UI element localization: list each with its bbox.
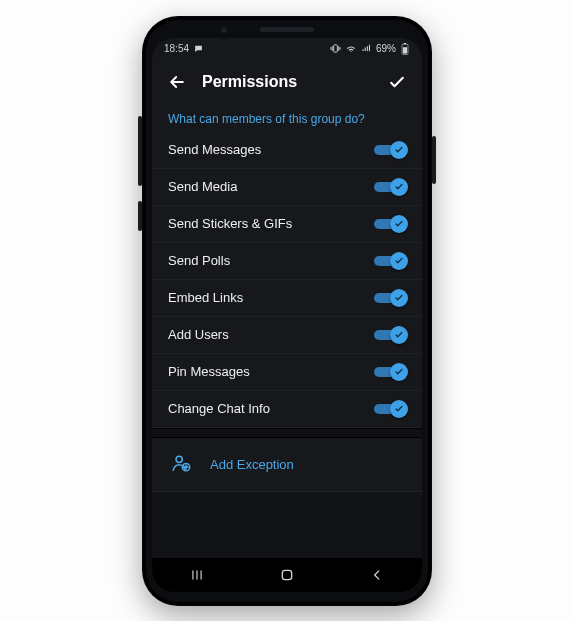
front-camera — [221, 27, 227, 33]
permission-label: Send Media — [168, 179, 237, 194]
phone-frame: 18:54 69% — [142, 16, 432, 606]
permission-row[interactable]: Send Media — [152, 169, 422, 206]
permission-toggle[interactable] — [374, 290, 406, 306]
page-title: Permissions — [202, 73, 372, 91]
section-header: What can members of this group do? — [152, 104, 422, 132]
svg-point-4 — [176, 456, 182, 462]
chat-indicator-icon — [193, 44, 204, 54]
permission-label: Add Users — [168, 327, 229, 342]
permission-toggle[interactable] — [374, 327, 406, 343]
permission-label: Send Messages — [168, 142, 261, 157]
add-exception-label: Add Exception — [210, 457, 294, 472]
permission-row[interactable]: Embed Links — [152, 280, 422, 317]
svg-rect-6 — [282, 570, 291, 579]
permission-toggle[interactable] — [374, 142, 406, 158]
permission-toggle[interactable] — [374, 216, 406, 232]
volume-button — [138, 116, 142, 186]
battery-icon — [400, 43, 410, 55]
signal-icon — [361, 44, 372, 54]
permission-label: Send Polls — [168, 253, 230, 268]
permission-toggle[interactable] — [374, 253, 406, 269]
svg-rect-0 — [334, 45, 338, 52]
permission-row[interactable]: Send Messages — [152, 132, 422, 169]
confirm-button[interactable] — [386, 71, 408, 93]
permission-row[interactable]: Pin Messages — [152, 354, 422, 391]
nav-bar — [152, 558, 422, 592]
screen: 18:54 69% — [152, 38, 422, 592]
nav-recent-button[interactable] — [177, 568, 217, 582]
permission-toggle[interactable] — [374, 179, 406, 195]
svg-rect-3 — [403, 47, 407, 53]
nav-back-button[interactable] — [357, 568, 397, 582]
add-user-icon — [170, 452, 192, 477]
status-bar: 18:54 69% — [152, 38, 422, 60]
wifi-icon — [345, 44, 357, 54]
battery-percent: 69% — [376, 43, 396, 54]
title-bar: Permissions — [152, 60, 422, 104]
permission-toggle[interactable] — [374, 401, 406, 417]
permission-label: Embed Links — [168, 290, 243, 305]
nav-home-button[interactable] — [267, 567, 307, 583]
permission-toggle[interactable] — [374, 364, 406, 380]
speaker-grille — [260, 27, 314, 32]
permission-label: Change Chat Info — [168, 401, 270, 416]
power-button — [432, 136, 436, 184]
bixby-button — [138, 201, 142, 231]
permission-label: Send Stickers & GIFs — [168, 216, 292, 231]
status-time: 18:54 — [164, 43, 189, 54]
svg-rect-2 — [404, 43, 406, 44]
empty-area — [152, 492, 422, 558]
vibrate-icon — [330, 43, 341, 54]
permission-row[interactable]: Change Chat Info — [152, 391, 422, 428]
back-button[interactable] — [166, 71, 188, 93]
add-exception-button[interactable]: Add Exception — [152, 438, 422, 492]
permission-label: Pin Messages — [168, 364, 250, 379]
permission-row[interactable]: Add Users — [152, 317, 422, 354]
section-divider — [152, 428, 422, 438]
permission-row[interactable]: Send Stickers & GIFs — [152, 206, 422, 243]
permission-row[interactable]: Send Polls — [152, 243, 422, 280]
